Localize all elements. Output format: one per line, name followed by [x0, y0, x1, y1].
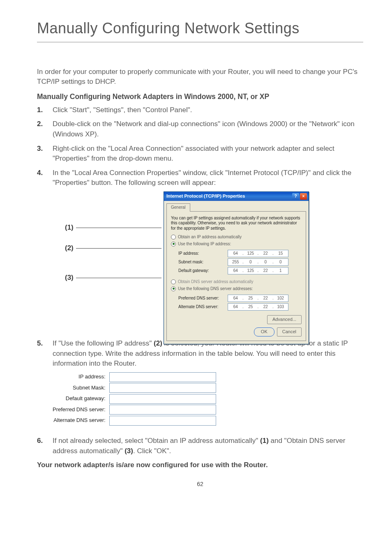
ip-octet: 25: [244, 295, 257, 302]
ip-octet: 64: [229, 268, 242, 274]
step-3: Right-click on the "Local Area Connectio…: [37, 144, 363, 164]
radio-icon: [171, 279, 176, 284]
page-number: 62: [37, 481, 363, 487]
step-1: Click "Start", "Settings", then "Control…: [37, 105, 363, 115]
form-adns-input[interactable]: [109, 416, 216, 426]
steps-list: Click "Start", "Settings", then "Control…: [37, 105, 363, 456]
radio-obtain-dns-auto[interactable]: Obtain DNS server address automatically: [171, 279, 302, 285]
radio-label: Obtain DNS server address automatically: [178, 279, 253, 285]
radio-icon: [171, 286, 176, 291]
radio-label: Use the following DNS server addresses:: [178, 286, 253, 292]
default-gateway-field[interactable]: 64. 125. 22. 1: [228, 267, 288, 274]
subnet-mask-label: Subnet mask:: [178, 259, 228, 265]
radio-label: Use the following IP address:: [178, 241, 231, 247]
ip-octet: 22: [259, 268, 272, 274]
step-5: If "Use the following IP address" (2) is…: [37, 339, 363, 432]
step-6-b1: (1): [260, 437, 269, 445]
ip-octet: 22: [259, 295, 272, 302]
title-divider: [37, 42, 363, 42]
close-button[interactable]: ×: [300, 193, 307, 200]
form-ip-label: IP address:: [53, 371, 109, 383]
tcpip-properties-dialog: Internet Protocol (TCP/IP) Properties ? …: [164, 191, 309, 344]
step-1-text: Click "Start", "Settings", then "Control…: [53, 105, 363, 115]
advanced-button[interactable]: Advanced...: [267, 315, 302, 324]
cancel-button[interactable]: Cancel: [277, 327, 302, 336]
ip-octet: 0: [274, 259, 287, 265]
radio-use-following-dns[interactable]: Use the following DNS server addresses:: [171, 286, 302, 292]
step-6-pre: If not already selected, select "Obtain …: [53, 437, 260, 445]
dialog-title: Internet Protocol (TCP/IP) Properties: [166, 193, 245, 200]
ip-address-label: IP address:: [178, 251, 228, 257]
ip-octet: 102: [274, 295, 287, 302]
subheading: Manually Configuring Network Adapters in…: [37, 92, 363, 101]
ip-octet: 25: [244, 304, 257, 310]
step-3-text: Right-click on the "Local Area Connectio…: [53, 144, 363, 164]
preferred-dns-field[interactable]: 64. 25. 22. 102: [228, 295, 288, 302]
alternate-dns-label: Alternate DNS server:: [178, 304, 228, 310]
ip-octet: 125: [244, 251, 257, 257]
radio-obtain-ip-auto[interactable]: Obtain an IP address automatically: [171, 234, 302, 240]
preferred-dns-label: Preferred DNS server:: [178, 295, 228, 302]
step-5-bold: (2): [154, 339, 162, 347]
step-6-b2: (3): [125, 447, 133, 455]
step-6-post: . Click "OK".: [133, 447, 171, 455]
callout-1: (1): [65, 223, 74, 233]
help-button[interactable]: ?: [292, 193, 299, 200]
ok-button[interactable]: OK: [254, 327, 274, 336]
form-subnet-label: Subnet Mask:: [53, 383, 109, 394]
step-6: If not already selected, select "Obtain …: [37, 436, 363, 456]
step-2: Double-click on the "Network and dial-up…: [37, 119, 363, 139]
callout-2-line: [76, 248, 161, 249]
ip-address-field[interactable]: 64. 125. 22. 15: [228, 250, 288, 257]
ip-octet: 15: [274, 251, 287, 257]
ip-octet: 64: [229, 251, 242, 257]
form-ip-input[interactable]: [109, 372, 216, 382]
form-pdns-input[interactable]: [109, 405, 216, 415]
callout-3-line: [76, 278, 161, 278]
dialog-titlebar: Internet Protocol (TCP/IP) Properties ? …: [164, 192, 309, 201]
dialog-description: You can get IP settings assigned automat…: [171, 216, 302, 231]
page-title: Manually Configuring Network Settings: [37, 20, 363, 37]
radio-icon: [171, 242, 176, 247]
ip-octet: 64: [229, 304, 242, 310]
alternate-dns-field[interactable]: 64. 25. 22. 103: [228, 303, 288, 311]
footer-note: Your network adapter/s is/are now config…: [37, 461, 363, 469]
ip-octet: 0: [259, 259, 272, 265]
address-info-table: IP address: Subnet Mask: Default gateway…: [53, 371, 217, 426]
form-subnet-input[interactable]: [109, 383, 216, 393]
callout-2: (2): [65, 243, 74, 253]
intro-paragraph: In order for your computer to properly c…: [37, 67, 363, 87]
ip-octet: 125: [244, 268, 257, 274]
dialog-screenshot: (1) (2) (3): [53, 191, 363, 327]
ip-octet: 255: [229, 259, 242, 265]
ip-octet: 0: [244, 259, 257, 265]
step-2-text: Double-click on the "Network and dial-up…: [53, 119, 363, 139]
ip-octet: 64: [229, 295, 242, 302]
ip-octet: 1: [274, 268, 287, 274]
form-gateway-input[interactable]: [109, 394, 216, 404]
tab-general[interactable]: General: [166, 203, 190, 212]
radio-icon: [171, 235, 176, 240]
default-gateway-label: Default gateway:: [178, 268, 228, 274]
radio-use-following-ip[interactable]: Use the following IP address:: [171, 241, 302, 247]
form-adns-label: Alternate DNS server:: [53, 415, 109, 426]
ip-octet: 103: [274, 304, 287, 310]
callout-3: (3): [65, 273, 74, 283]
form-gateway-label: Default gateway:: [53, 393, 109, 404]
step-4: In the "Local Area Connection Properties…: [37, 168, 363, 334]
subnet-mask-field[interactable]: 255. 0. 0. 0: [228, 258, 288, 266]
ip-octet: 22: [259, 304, 272, 310]
step-4-text: In the "Local Area Connection Properties…: [53, 169, 351, 187]
callout-1-line: [76, 228, 161, 228]
form-pdns-label: Preferred DNS server:: [53, 404, 109, 415]
step-5-pre: If "Use the following IP address": [53, 339, 154, 347]
radio-label: Obtain an IP address automatically: [178, 234, 242, 240]
ip-octet: 22: [259, 251, 272, 257]
